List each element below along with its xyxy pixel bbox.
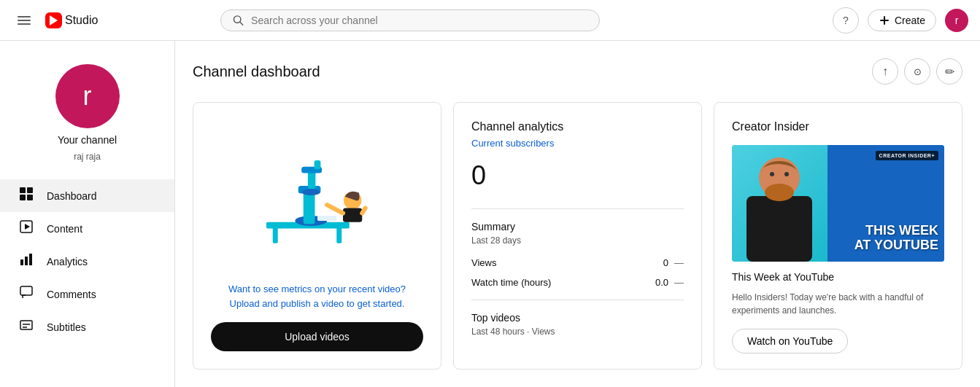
analytics-icon [18,252,35,270]
upload-illustration [193,103,441,282]
svg-point-37 [765,184,794,201]
upload-videos-button[interactable]: Upload videos [211,322,423,351]
live-button[interactable]: ⊙ [904,58,930,85]
analytics-subscribers-label[interactable]: Current subscribers [471,138,684,149]
upload-promo-text: Want to see metrics on your recent video… [211,282,423,322]
divider [471,208,684,209]
sidebar-item-label: Subtitles [47,321,86,333]
svg-rect-30 [317,216,336,221]
edit-button[interactable]: ✏ [936,58,962,85]
avatar-letter: r [955,15,959,26]
video-title: This Week at YouTube [732,270,944,285]
svg-rect-8 [27,187,33,193]
svg-rect-15 [29,254,32,265]
svg-rect-6 [880,20,889,21]
upload-card: Want to see metrics on your recent video… [193,102,441,370]
top-videos-period: Last 48 hours · Views [471,327,684,337]
svg-rect-21 [336,227,342,243]
divider2 [471,300,684,300]
youtube-studio-logo: Studio [45,12,98,28]
sidebar-item-dashboard[interactable]: Dashboard [0,179,174,212]
thumbnail-text: THIS WEEKAT YOUTUBE [854,224,938,253]
creator-insider-title: Creator Insider [732,120,944,133]
search-icon [233,15,244,26]
sidebar-item-analytics[interactable]: Analytics [0,245,174,278]
person-container [732,145,838,262]
upload-button[interactable]: ↑ [872,58,898,85]
microscope-illustration [252,144,383,246]
page-header: Channel dashboard ↑ ⊙ ✏ [193,58,962,85]
svg-rect-13 [20,259,23,265]
svg-rect-9 [20,195,26,200]
svg-line-4 [240,22,243,25]
svg-rect-36 [746,196,812,262]
svg-rect-20 [272,227,277,243]
yt-play-icon [50,15,58,26]
channel-avatar-letter: r [83,81,92,112]
top-videos-title: Top videos [471,312,684,324]
promo-line1: Want to see metrics on your recent video… [228,284,406,294]
watch-on-youtube-button[interactable]: Watch on YouTube [732,329,848,353]
svg-rect-0 [18,16,31,17]
svg-rect-32 [343,208,362,222]
menu-button[interactable] [12,8,36,33]
header-right: ? Create r [833,7,968,34]
create-label: Create [895,15,925,26]
svg-rect-1 [18,20,31,21]
watchtime-value: 0.0 — [655,277,684,288]
yt-icon-bg [45,12,62,28]
views-label: Views [471,257,496,268]
channel-handle: raj raja [74,152,101,162]
svg-rect-2 [18,23,31,25]
subtitles-icon [18,318,35,336]
person-svg [732,145,827,262]
dashboard-icon [18,187,35,205]
help-button[interactable]: ? [833,7,859,34]
search-input[interactable] [251,15,587,26]
sidebar-item-comments[interactable]: Comments [0,278,174,310]
studio-label: Studio [65,14,98,27]
edit-icon: ✏ [945,65,954,79]
search-bar[interactable] [220,9,600,31]
svg-marker-12 [25,224,30,230]
page-actions: ↑ ⊙ ✏ [872,58,962,85]
analytics-card-title: Channel analytics [471,120,684,133]
svg-rect-28 [314,160,320,169]
upload-icon: ↑ [882,65,888,78]
sidebar-item-content[interactable]: Content [0,212,174,245]
svg-rect-16 [20,286,32,295]
page-title: Channel dashboard [193,63,320,80]
svg-line-33 [327,205,343,213]
svg-rect-10 [27,195,33,200]
svg-point-29 [302,189,320,195]
sidebar-item-label: Comments [47,289,96,300]
create-button[interactable]: Create [868,9,936,31]
main-content: Channel dashboard ↑ ⊙ ✏ [175,41,980,387]
svg-rect-14 [25,257,28,265]
views-metric: Views 0 — [471,257,684,268]
create-icon [879,15,890,26]
creator-badge: CREATOR INSIDER+ [876,151,938,160]
sidebar-item-label: Content [47,223,82,235]
channel-info: r Your channel raj raja [0,52,174,179]
sidebar: r Your channel raj raja Dashboard [0,41,175,387]
sidebar-item-subtitles[interactable]: Subtitles [0,310,174,343]
analytics-card: Channel analytics Current subscribers 0 … [453,102,702,370]
svg-rect-7 [20,187,26,193]
svg-point-39 [784,172,789,176]
live-icon: ⊙ [914,66,922,77]
summary-period: Last 28 days [471,235,684,246]
channel-avatar[interactable]: r [55,64,120,128]
creator-insider-card: Creator Insider [714,102,962,370]
subscribers-count: 0 [471,160,684,191]
promo-link[interactable]: Upload and publish a video to get starte… [230,298,405,309]
svg-point-38 [770,172,774,176]
creator-thumbnail[interactable]: THIS WEEKAT YOUTUBE CREATOR INSIDER+ [732,145,944,262]
content-icon [18,219,35,238]
sidebar-item-label: Analytics [47,256,88,267]
header: Studio ? Create r [0,0,980,41]
views-value: 0 — [663,257,684,268]
user-avatar[interactable]: r [945,9,968,32]
watchtime-metric: Watch time (hours) 0.0 — [471,277,684,288]
svg-rect-17 [20,321,32,329]
